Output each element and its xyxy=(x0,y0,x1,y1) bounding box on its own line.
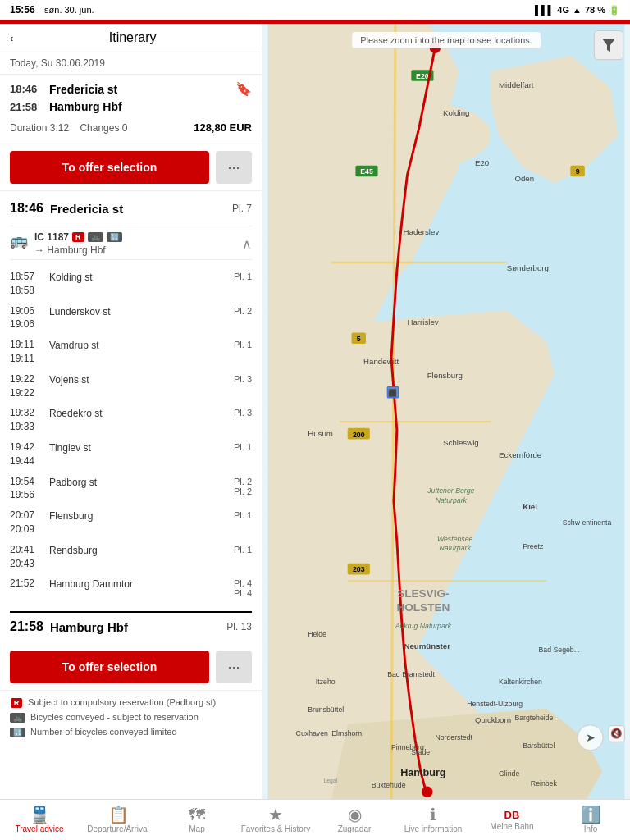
status-bar: 15:56 søn. 30. jun. ▌▌▌ 4G ▲ 78 % 🔋 xyxy=(0,0,630,20)
svg-text:Handewitt: Handewitt xyxy=(363,357,399,366)
nav-item-departure-arrival[interactable]: 📋 Departure/Arrival xyxy=(79,806,158,833)
more-options-button-top[interactable]: ··· xyxy=(216,151,252,184)
offer-selection-button-bottom[interactable]: To offer selection xyxy=(10,651,209,683)
price: 128,80 EUR xyxy=(194,121,252,134)
offer-section-top: To offer selection ··· xyxy=(0,144,262,191)
list-item: 21:52 Hamburg Dammtor Pl. 4 Pl. 4 xyxy=(10,573,252,601)
svg-text:Preetz: Preetz xyxy=(523,542,544,550)
svg-text:Kiel: Kiel xyxy=(523,502,537,511)
svg-text:Juttener Berge: Juttener Berge xyxy=(427,486,474,495)
svg-text:Harrislev: Harrislev xyxy=(407,317,438,326)
svg-text:Naturpark: Naturpark xyxy=(440,544,472,552)
list-item: 18:5718:58 Kolding st Pl. 1 xyxy=(10,267,252,301)
badge-limited: 🔢 xyxy=(107,232,122,242)
svg-text:➤: ➤ xyxy=(586,732,596,744)
svg-text:Kolding: Kolding xyxy=(443,108,469,117)
duration-label: Duration 3:12 Changes 0 xyxy=(10,122,127,134)
nav-item-map[interactable]: 🗺 Map xyxy=(158,806,236,833)
date-row: Today, Su 30.06.2019 xyxy=(0,52,262,75)
svg-text:⬛: ⬛ xyxy=(388,388,397,398)
svg-text:200: 200 xyxy=(353,431,365,439)
svg-text:SLESVIG-: SLESVIG- xyxy=(397,587,449,600)
map-svg[interactable]: E20 E45 5 200 203 9 ⬛ xyxy=(262,24,630,799)
train-nav-icon: 🚆 xyxy=(30,806,50,823)
svg-text:Sønderborg: Sønderborg xyxy=(507,263,549,272)
svg-text:Bargteheide: Bargteheide xyxy=(514,714,553,722)
collapse-button[interactable]: ∧ xyxy=(242,236,252,252)
svg-text:Kaltenkirchen: Kaltenkirchen xyxy=(499,678,542,686)
nav-item-info[interactable]: ℹ️ Info xyxy=(551,806,630,833)
stops-section: 18:46 Fredericia st Pl. 7 🚌 IC 1187 R 🚲 … xyxy=(0,191,262,644)
map-filter-button[interactable] xyxy=(594,30,623,60)
nav-item-zugradar[interactable]: ◉ Zugradar xyxy=(315,806,394,833)
battery-icon: 🔋 xyxy=(609,5,620,16)
svg-text:HOLSTEN: HOLSTEN xyxy=(396,601,450,614)
nav-item-db[interactable]: DB Meine Bahn xyxy=(472,810,551,831)
map-panel[interactable]: Please zoom into the map to see location… xyxy=(262,24,630,799)
list-item: 19:1119:11 Vamdrup st Pl. 1 xyxy=(10,335,252,369)
map-hint: Please zoom into the map to see location… xyxy=(352,32,541,48)
svg-text:Reinbek: Reinbek xyxy=(531,779,558,788)
nav-item-travel-advice[interactable]: 🚆 Travel advice xyxy=(0,806,79,833)
list-item: 19:0619:06 Lunderskov st Pl. 2 xyxy=(10,301,252,336)
zugradar-nav-icon: ◉ xyxy=(348,806,362,823)
nav-item-favorites[interactable]: ★ Favorites & History xyxy=(236,806,315,833)
svg-text:5: 5 xyxy=(357,335,361,343)
itinerary-panel: ‹ Itinerary Today, Su 30.06.2019 18:46 F… xyxy=(0,24,262,799)
signal-icon: ▌▌▌ xyxy=(535,5,554,15)
departure-row: 18:46 Fredericia st Pl. 7 xyxy=(10,201,252,216)
status-indicators: ▌▌▌ 4G ▲ 78 % 🔋 xyxy=(535,5,620,16)
list-item: 19:5419:56 Padborg st Pl. 2 Pl. 2 xyxy=(10,472,252,506)
svg-text:Bad Bramstedt: Bad Bramstedt xyxy=(387,670,435,678)
itinerary-title: Itinerary xyxy=(13,30,252,45)
list-item: 19:3219:33 Roedekro st Pl. 3 xyxy=(10,403,252,437)
svg-text:Hamburg: Hamburg xyxy=(400,767,445,778)
train-info-row: 🚌 IC 1187 R 🚲 🔢 → Hamburg Hbf ∧ xyxy=(10,226,252,260)
svg-text:Flensburg: Flensburg xyxy=(427,371,463,380)
svg-point-24 xyxy=(422,786,433,797)
svg-text:Norderstedt: Norderstedt xyxy=(435,733,472,742)
svg-text:Brunsbüttel: Brunsbüttel xyxy=(308,705,344,714)
svg-text:Westensee: Westensee xyxy=(437,535,473,543)
offer-selection-button-top[interactable]: To offer selection xyxy=(10,151,209,184)
svg-text:Haderslev: Haderslev xyxy=(404,227,440,236)
svg-text:E20: E20 xyxy=(416,72,429,80)
main-layout: ‹ Itinerary Today, Su 30.06.2019 18:46 F… xyxy=(0,24,630,799)
svg-text:Elmshorn: Elmshorn xyxy=(331,729,362,737)
train-icon: 🚌 xyxy=(10,231,28,249)
svg-text:Henstedt-Ulzburg: Henstedt-Ulzburg xyxy=(467,700,523,708)
status-time: 15:56 søn. 30. jun. xyxy=(10,4,94,16)
wifi-icon: ▲ xyxy=(573,5,582,15)
svg-text:9: 9 xyxy=(576,167,580,176)
nav-item-live-info[interactable]: ℹ Live information xyxy=(394,806,472,833)
svg-text:Pinneberg: Pinneberg xyxy=(391,743,424,751)
offer-section-bottom: To offer selection ··· xyxy=(0,644,262,691)
svg-text:Bad Segeb...: Bad Segeb... xyxy=(539,646,580,654)
svg-text:Schleswig: Schleswig xyxy=(443,438,479,447)
departure-nav-icon: 📋 xyxy=(108,806,129,823)
favorites-nav-icon: ★ xyxy=(268,806,283,823)
svg-text:Legal: Legal xyxy=(324,778,338,784)
more-options-button-bottom[interactable]: ··· xyxy=(216,651,252,683)
map-nav-icon: 🗺 xyxy=(189,806,205,823)
svg-text:Barsbüttel: Barsbüttel xyxy=(523,742,555,750)
svg-text:Heide: Heide xyxy=(308,630,326,638)
list-item: 20:0720:09 Flensburg Pl. 1 xyxy=(10,505,252,540)
legend: R Subject to compulsory reservation (Pad… xyxy=(0,691,262,751)
svg-text:Schw entinenta: Schw entinenta xyxy=(563,518,612,527)
list-item: 19:2219:22 Vojens st Pl. 3 xyxy=(10,369,252,404)
svg-text:Aukrug Naturpark: Aukrug Naturpark xyxy=(395,622,452,630)
svg-point-3 xyxy=(363,103,491,167)
bottom-nav: 🚆 Travel advice 📋 Departure/Arrival 🗺 Ma… xyxy=(0,799,630,840)
badge-r: R xyxy=(72,232,84,242)
stops-list: 18:5718:58 Kolding st Pl. 1 19:0619:06 L… xyxy=(10,267,252,601)
svg-text:E20: E20 xyxy=(475,158,490,167)
journey-summary: 18:46 Fredericia st 🔖 21:58 Hamburg Hbf … xyxy=(0,75,262,144)
info-nav-icon: ℹ️ xyxy=(581,806,601,823)
bookmark-icon[interactable]: 🔖 xyxy=(235,81,252,97)
live-nav-icon: ℹ xyxy=(430,806,436,823)
svg-text:Oden: Oden xyxy=(514,174,534,183)
svg-marker-0 xyxy=(602,39,615,52)
svg-text:Husum: Husum xyxy=(308,429,333,438)
svg-text:Middelfart: Middelfart xyxy=(499,80,534,89)
